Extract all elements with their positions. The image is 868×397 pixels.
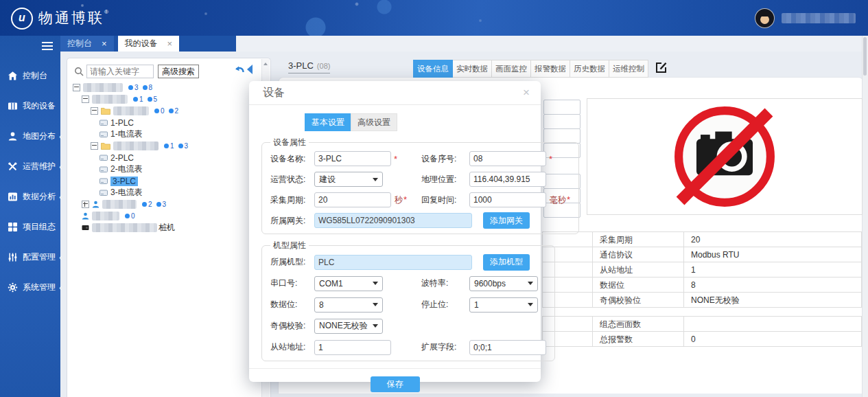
tree-node-3-PLC[interactable]: 3-PLC [73,175,261,187]
table-value [684,317,862,332]
tree-node-redacted[interactable]: 23 [73,198,261,210]
collapse-icon[interactable] [82,95,89,103]
tree-node-2-电流表[interactable]: 2-电流表 [73,163,261,175]
count-number: 8 [149,84,153,91]
project-grid-icon [8,222,18,232]
count-number: 1 [139,95,143,103]
add-gateway-button[interactable]: 添加网关 [483,212,530,229]
table-label: 采集周期 [593,232,684,247]
sidebar-item-my-devices[interactable]: 我的设备 [0,91,60,121]
device-stats-table: 组态画面数总报警数0 [542,316,862,347]
count-number: 3 [134,84,139,91]
tree-node-1-电流表[interactable]: 1-电流表 [73,128,261,140]
tab-close-icon[interactable]: × [102,38,107,49]
user-area[interactable] [755,8,856,28]
person-icon [92,201,99,208]
tree-node-redacted[interactable]: 38 [73,82,261,93]
collapse-icon[interactable] [73,84,80,91]
sidebar-item-config-sliders[interactable]: 配置管理‹ [0,242,60,272]
field-select[interactable]: COM1 [314,276,383,291]
tree-node-桩机[interactable]: 桩机 [73,222,261,234]
expand-icon[interactable] [82,201,89,208]
device-name: 3-PLC [288,60,314,71]
field-input[interactable] [469,340,546,355]
sidebar-item-data-analysis[interactable]: 数据分析‹ [0,181,60,212]
sidebar-item-system-gear[interactable]: 系统管理‹ [0,272,60,302]
field-select[interactable]: 建设 [314,172,383,187]
device-tab[interactable]: 报警数据 [530,60,570,78]
redacted-label [92,212,119,220]
collapse-icon[interactable] [91,142,98,150]
tree-node-label: 3-电流表 [110,187,143,198]
device-tab[interactable]: 设备信息 [413,60,453,78]
folder-icon [101,142,110,150]
menu-collapse-icon[interactable] [42,42,53,50]
workspace-tab-label: 我的设备 [125,38,158,49]
field-input[interactable] [314,192,391,207]
workspace-tab[interactable]: 我的设备× [118,36,180,52]
collapse-panel-icon[interactable] [247,65,253,74]
undo-icon[interactable] [233,64,245,74]
device-icon [99,131,108,138]
tree-search-input[interactable] [86,65,154,78]
tree-node-redacted[interactable]: 02 [73,105,261,117]
tab-close-icon[interactable]: × [167,38,173,49]
field-select[interactable]: 1 [469,297,538,313]
count-number: 3 [185,142,189,150]
collapse-icon[interactable] [91,107,98,115]
workspace-tab[interactable]: 控制台× [60,36,114,52]
field-input[interactable] [314,151,391,166]
table-value: 20 [684,232,862,247]
field-label: 扩展字段: [421,341,469,353]
field-select[interactable]: 9600bps [469,276,538,291]
table-row: 采集周期20 [543,232,862,247]
field-input[interactable] [469,172,546,187]
save-button[interactable]: 保存 [371,376,420,392]
modal-tab[interactable]: 基本设置 [305,113,351,131]
group-legend: 设备属性 [270,137,309,148]
home-icon [8,71,18,81]
redacted-label [102,200,137,209]
tree-node-3-电流表[interactable]: 3-电流表 [73,187,261,198]
field-label: 设备名称: [270,153,314,165]
field-select[interactable]: 8 [314,297,383,313]
field-input[interactable] [314,213,472,228]
field-input[interactable] [314,255,472,270]
device-tab[interactable]: 画面监控 [491,60,531,78]
tree-node-2-PLC[interactable]: 2-PLC [73,152,261,163]
tree-node-redacted[interactable]: 0 [73,210,261,222]
sidebar-item-project-grid[interactable]: 项目组态 [0,212,60,242]
sidebar-item-home[interactable]: 控制台 [0,60,60,91]
field-input[interactable] [314,340,391,355]
field-label: 所属机型: [270,256,314,268]
field-select[interactable]: NONE无校验 [314,319,383,334]
page-scrollbar[interactable] [862,36,868,397]
field-label: 波特率: [421,277,469,289]
select-value: 8 [319,300,324,310]
user-avatar[interactable] [755,8,775,28]
sidebar-item-maintenance[interactable]: 运营维护‹ [0,151,60,181]
select-value: COM1 [319,279,343,288]
device-tab[interactable]: 实时数据 [452,60,492,78]
brand-reg-mark: ® [104,9,108,15]
tree-node-redacted[interactable]: 13 [73,140,261,152]
sidebar-item-map-user[interactable]: 地图分布‹ [0,121,60,151]
field-input[interactable] [469,151,546,166]
edit-device-icon[interactable] [648,62,667,76]
table-value: 1 [684,262,862,277]
tree-node-label: 桩机 [159,222,175,234]
tree-node-1-PLC[interactable]: 1-PLC [73,117,261,128]
add-model-button[interactable]: 添加机型 [483,254,530,271]
advanced-search-button[interactable]: 高级搜索 [158,65,199,78]
device-tab[interactable]: 运维控制 [609,60,648,78]
count-dot-icon [178,144,183,148]
tree-node-label: 2-电流表 [110,163,143,175]
device-tab[interactable]: 历史数据 [570,60,609,78]
select-value: 建设 [319,174,336,185]
modal-tab[interactable]: 高级设置 [351,113,397,131]
tree-node-redacted[interactable]: 15 [73,93,261,105]
chevron-icon: ‹ [59,252,62,262]
field-input[interactable] [469,192,546,207]
modal-close-icon[interactable]: × [523,87,530,98]
brand-logo-icon: u [11,8,33,30]
